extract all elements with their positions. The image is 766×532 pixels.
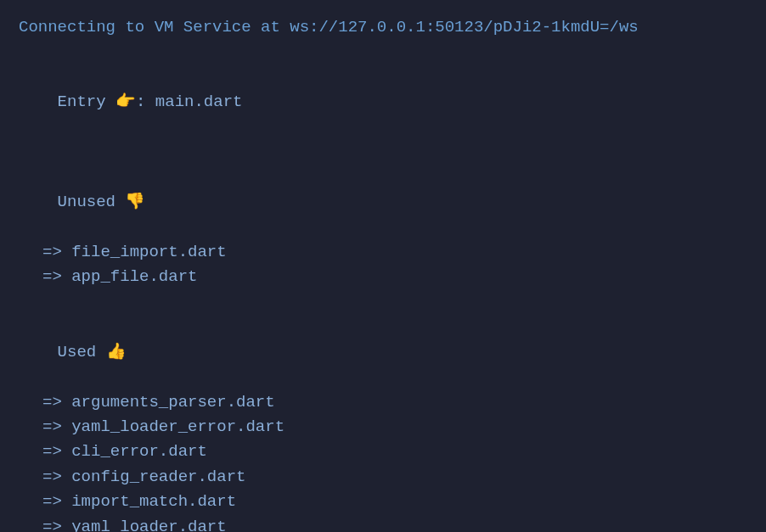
vm-service-connection-line: Connecting to VM Service at ws://127.0.0… <box>19 15 747 40</box>
entry-label: Entry <box>58 92 106 111</box>
arrow-icon: => <box>42 442 62 461</box>
used-file-item: => yaml_loader_error.dart <box>19 415 747 440</box>
arrow-icon: => <box>42 492 62 511</box>
arrow-icon: => <box>42 393 62 412</box>
used-section-header: Used 👍 <box>19 315 747 389</box>
filename: yaml_loader.dart <box>71 518 226 532</box>
filename: arguments_parser.dart <box>71 393 274 412</box>
used-file-item: => arguments_parser.dart <box>19 390 747 415</box>
filename: app_file.dart <box>71 267 197 286</box>
pointing-right-icon: 👉 <box>115 92 136 111</box>
arrow-icon: => <box>42 468 62 486</box>
filename: cli_error.dart <box>71 442 207 461</box>
unused-section-header: Unused 👎 <box>19 165 747 240</box>
filename: yaml_loader_error.dart <box>71 417 284 436</box>
entry-line: Entry 👉: main.dart <box>19 65 747 140</box>
entry-separator: : <box>136 92 145 111</box>
unused-label: Unused <box>58 193 115 211</box>
arrow-icon: => <box>42 243 62 261</box>
used-files-list: => arguments_parser.dart=> yaml_loader_e… <box>19 390 747 532</box>
blank-line <box>19 140 747 165</box>
entry-file: main.dart <box>155 92 243 111</box>
used-file-item: => cli_error.dart <box>19 440 747 464</box>
thumbs-up-icon: 👍 <box>106 343 127 361</box>
filename: import_match.dart <box>71 492 236 511</box>
used-file-item: => config_reader.dart <box>19 465 747 490</box>
arrow-icon: => <box>42 518 62 532</box>
blank-line <box>19 40 747 64</box>
used-file-item: => import_match.dart <box>19 490 747 514</box>
used-file-item: => yaml_loader.dart <box>19 515 747 532</box>
arrow-icon: => <box>42 417 62 436</box>
terminal-output: Connecting to VM Service at ws://127.0.0… <box>19 15 747 532</box>
filename: config_reader.dart <box>71 468 245 486</box>
blank-line <box>19 290 747 315</box>
used-label: Used <box>58 343 97 361</box>
unused-file-item: => file_import.dart <box>19 240 747 265</box>
arrow-icon: => <box>42 267 62 286</box>
filename: file_import.dart <box>71 243 226 261</box>
thumbs-down-icon: 👎 <box>125 193 145 211</box>
unused-files-list: => file_import.dart=> app_file.dart <box>19 240 747 290</box>
unused-file-item: => app_file.dart <box>19 265 747 289</box>
